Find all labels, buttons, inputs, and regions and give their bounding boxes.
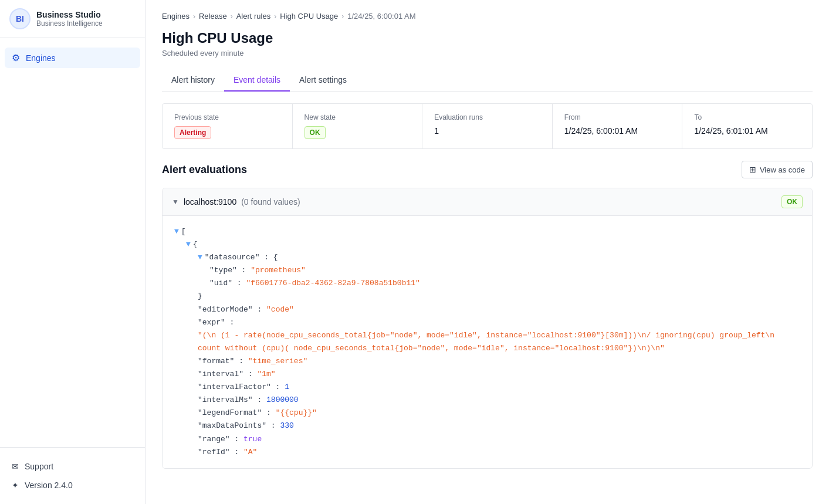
sidebar-bottom: ✉ Support ✦ Version 2.4.0 [0, 447, 145, 504]
new-state-label: New state [304, 113, 411, 121]
app-subtitle: Business Intelligence [36, 19, 103, 28]
code-icon: ⊞ [749, 165, 756, 174]
from-value: 1/24/25, 6:00:01 AM [564, 126, 671, 136]
code-content: ▼[ ▼{ ▼"datasource" : { "type" : "promet… [163, 216, 812, 468]
sidebar-item-engines-label: Engines [26, 53, 56, 63]
info-card-from: From 1/24/25, 6:00:01 AM [553, 104, 683, 148]
view-code-label: View as code [760, 165, 805, 174]
to-value: 1/24/25, 6:01:01 AM [694, 126, 800, 136]
sidebar: BI Business Studio Business Intelligence… [0, 0, 146, 504]
code-panel-header: ▼ localhost:9100 (0 found values) OK [163, 188, 812, 216]
support-icon: ✉ [12, 462, 19, 471]
new-state-value: OK [304, 126, 411, 139]
info-card-eval-runs: Evaluation runs 1 [422, 104, 553, 148]
breadcrumb-engines[interactable]: Engines [162, 12, 190, 21]
info-card-to: To 1/24/25, 6:01:01 AM [682, 104, 812, 148]
ok-badge: OK [304, 126, 326, 139]
eval-runs-label: Evaluation runs [434, 113, 540, 121]
view-as-code-button[interactable]: ⊞ View as code [742, 161, 813, 178]
content-area: Engines › Release › Alert rules › High C… [146, 0, 829, 504]
page-subtitle: Scheduled every minute [162, 49, 813, 57]
panel-host: localhost:9100 [184, 197, 236, 207]
info-card-new-state: New state OK [293, 104, 423, 148]
breadcrumb-sep-3: › [274, 12, 276, 21]
breadcrumb-sep-1: › [193, 12, 195, 21]
alerting-badge: Alerting [174, 126, 211, 139]
collapse-icon[interactable]: ▼ [172, 198, 179, 206]
engines-icon: ⚙ [12, 52, 20, 63]
from-label: From [564, 113, 671, 121]
sidebar-item-engines[interactable]: ⚙ Engines [5, 48, 140, 68]
tab-event-details[interactable]: Event details [224, 69, 290, 92]
code-panel: ▼ localhost:9100 (0 found values) OK ▼[ … [162, 188, 813, 469]
sidebar-nav: ⚙ Engines [0, 38, 145, 447]
app-name: Business Studio [36, 10, 103, 19]
info-cards: Previous state Alerting New state OK Eva… [162, 103, 813, 149]
breadcrumb-timestamp: 1/24/25, 6:00:01 AM [347, 12, 415, 21]
evaluations-header: Alert evaluations ⊞ View as code [162, 161, 813, 178]
evaluations-title: Alert evaluations [162, 164, 247, 176]
breadcrumb-sep-4: › [341, 12, 344, 21]
previous-state-label: Previous state [174, 113, 280, 121]
breadcrumb: Engines › Release › Alert rules › High C… [162, 12, 813, 21]
eval-runs-value: 1 [434, 126, 540, 136]
page-title: High CPU Usage [162, 30, 813, 46]
breadcrumb-alert-rules[interactable]: Alert rules [236, 12, 271, 21]
sidebar-item-version: ✦ Version 2.4.0 [5, 476, 140, 495]
app-logo-icon: BI [9, 8, 31, 29]
sidebar-logo-text: Business Studio Business Intelligence [36, 10, 103, 28]
main-content: Engines › Release › Alert rules › High C… [146, 0, 829, 504]
sidebar-support-label: Support [25, 462, 53, 471]
previous-state-value: Alerting [174, 126, 280, 139]
breadcrumb-high-cpu[interactable]: High CPU Usage [280, 12, 338, 21]
breadcrumb-sep-2: › [231, 12, 233, 21]
tab-alert-settings[interactable]: Alert settings [290, 69, 356, 92]
sidebar-version-label: Version 2.4.0 [25, 481, 73, 490]
tab-bar: Alert history Event details Alert settin… [162, 69, 813, 92]
to-label: To [694, 113, 800, 121]
sidebar-item-support[interactable]: ✉ Support [5, 457, 140, 476]
sidebar-logo: BI Business Studio Business Intelligence [0, 0, 145, 38]
panel-status-badge: OK [781, 195, 803, 208]
breadcrumb-release[interactable]: Release [199, 12, 227, 21]
code-panel-title: ▼ localhost:9100 (0 found values) [172, 197, 300, 207]
info-card-previous-state: Previous state Alerting [163, 104, 293, 148]
version-icon: ✦ [12, 481, 19, 490]
found-values: (0 found values) [241, 197, 300, 207]
tab-alert-history[interactable]: Alert history [162, 69, 224, 92]
